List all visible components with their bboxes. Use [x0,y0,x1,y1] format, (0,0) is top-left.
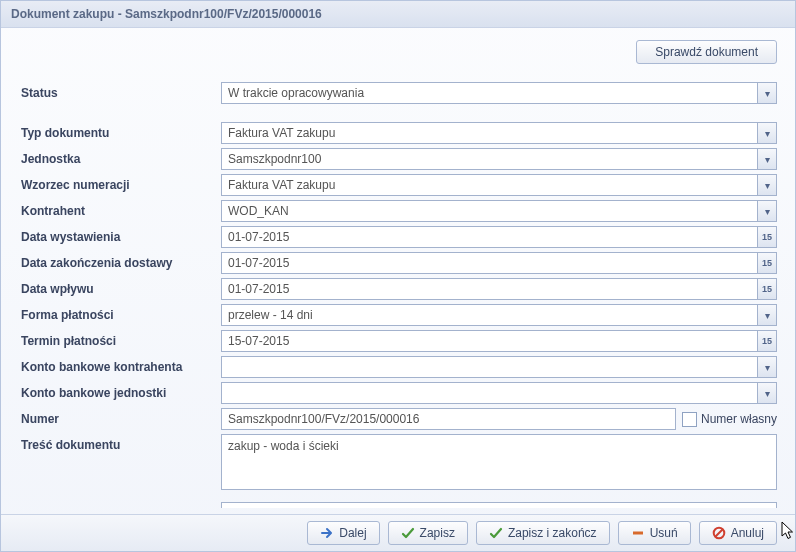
label-status: Status [19,86,221,100]
chevron-down-icon[interactable]: ▾ [757,175,776,195]
wzorzec-value: Faktura VAT zakupu [222,178,757,192]
label-termin: Termin płatności [19,334,221,348]
anuluj-label: Anuluj [731,526,764,540]
label-konto-j: Konto bankowe jednostki [19,386,221,400]
cancel-icon [712,526,726,540]
minus-icon [631,526,645,540]
chevron-down-icon[interactable]: ▾ [757,201,776,221]
row-data-wyst: Data wystawienia 01-07-2015 15 [19,226,777,248]
forma-combo[interactable]: przelew - 14 dni ▾ [221,304,777,326]
termin-value: 15-07-2015 [222,334,757,348]
row-konto-k: Konto bankowe kontrahenta ▾ [19,356,777,378]
check-row: Sprawdź dokument [19,40,777,64]
termin-input[interactable]: 15-07-2015 15 [221,330,777,352]
calendar-icon[interactable]: 15 [757,279,776,299]
chevron-down-icon[interactable]: ▾ [757,149,776,169]
check-document-button[interactable]: Sprawdź dokument [636,40,777,64]
check-icon [401,526,415,540]
konto-k-combo[interactable]: ▾ [221,356,777,378]
data-wyst-value: 01-07-2015 [222,230,757,244]
label-tresc: Treść dokumentu [19,434,221,452]
row-kontrahent: Kontrahent WOD_KAN ▾ [19,200,777,222]
check-icon [489,526,503,540]
data-wyst-input[interactable]: 01-07-2015 15 [221,226,777,248]
label-data-wplywu: Data wpływu [19,282,221,296]
calendar-icon[interactable]: 15 [757,331,776,351]
numer-input[interactable]: Samszkpodnr100/FVz/2015/000016 [221,408,676,430]
numer-wlasny-checkbox[interactable]: Numer własny [682,412,777,427]
konto-j-combo[interactable]: ▾ [221,382,777,404]
svg-rect-0 [633,532,643,535]
label-jednostka: Jednostka [19,152,221,166]
status-value: W trakcie opracowywania [222,86,757,100]
dialog-window: Dokument zakupu - Samszkpodnr100/FVz/201… [0,0,796,552]
row-data-zak: Data zakończenia dostawy 01-07-2015 15 [19,252,777,274]
calendar-icon[interactable]: 15 [757,253,776,273]
label-nr-zrod: Nr dok. źródłowego [19,506,221,508]
checkbox-icon [682,412,697,427]
label-typ: Typ dokumentu [19,126,221,140]
window-title: Dokument zakupu - Samszkpodnr100/FVz/201… [1,1,795,28]
chevron-down-icon[interactable]: ▾ [757,383,776,403]
wzorzec-combo[interactable]: Faktura VAT zakupu ▾ [221,174,777,196]
label-data-zak: Data zakończenia dostawy [19,256,221,270]
zapisz-zakoncz-button[interactable]: Zapisz i zakończ [476,521,610,545]
label-konto-k: Konto bankowe kontrahenta [19,360,221,374]
label-numer: Numer [19,412,221,426]
label-wzorzec: Wzorzec numeracji [19,178,221,192]
usun-label: Usuń [650,526,678,540]
row-tresc: Treść dokumentu zakup - woda i ścieki [19,434,777,490]
chevron-down-icon[interactable]: ▾ [757,123,776,143]
row-numer: Numer Samszkpodnr100/FVz/2015/000016 Num… [19,408,777,430]
jednostka-value: Samszkpodnr100 [222,152,757,166]
data-wplywu-value: 01-07-2015 [222,282,757,296]
label-forma: Forma płatności [19,308,221,322]
row-termin: Termin płatności 15-07-2015 15 [19,330,777,352]
row-konto-j: Konto bankowe jednostki ▾ [19,382,777,404]
label-data-wyst: Data wystawienia [19,230,221,244]
row-wzorzec: Wzorzec numeracji Faktura VAT zakupu ▾ [19,174,777,196]
chevron-down-icon[interactable]: ▾ [757,357,776,377]
typ-value: Faktura VAT zakupu [222,126,757,140]
nr-zrod-input[interactable] [221,502,777,508]
numer-value: Samszkpodnr100/FVz/2015/000016 [222,412,675,426]
chevron-down-icon[interactable]: ▾ [757,305,776,325]
row-typ: Typ dokumentu Faktura VAT zakupu ▾ [19,122,777,144]
svg-line-2 [715,530,722,537]
data-zak-value: 01-07-2015 [222,256,757,270]
zapisz-button[interactable]: Zapisz [388,521,468,545]
kontrahent-combo[interactable]: WOD_KAN ▾ [221,200,777,222]
ctrl-status: W trakcie opracowywania ▾ [221,82,777,104]
dalej-label: Dalej [339,526,366,540]
jednostka-combo[interactable]: Samszkpodnr100 ▾ [221,148,777,170]
row-nr-zrod: Nr dok. źródłowego [19,502,777,508]
status-combo[interactable]: W trakcie opracowywania ▾ [221,82,777,104]
arrow-right-icon [320,526,334,540]
anuluj-button[interactable]: Anuluj [699,521,777,545]
form-body: Sprawdź dokument Status W trakcie opraco… [1,28,795,508]
usun-button[interactable]: Usuń [618,521,691,545]
forma-value: przelew - 14 dni [222,308,757,322]
calendar-icon[interactable]: 15 [757,227,776,247]
numer-wlasny-label: Numer własny [701,412,777,426]
row-data-wplywu: Data wpływu 01-07-2015 15 [19,278,777,300]
kontrahent-value: WOD_KAN [222,204,757,218]
chevron-down-icon[interactable]: ▾ [757,83,776,103]
tresc-textarea[interactable]: zakup - woda i ścieki [221,434,777,490]
row-jednostka: Jednostka Samszkpodnr100 ▾ [19,148,777,170]
row-forma: Forma płatności przelew - 14 dni ▾ [19,304,777,326]
row-status: Status W trakcie opracowywania ▾ [19,82,777,104]
zapisz-zakoncz-label: Zapisz i zakończ [508,526,597,540]
typ-combo[interactable]: Faktura VAT zakupu ▾ [221,122,777,144]
label-kontrahent: Kontrahent [19,204,221,218]
data-wplywu-input[interactable]: 01-07-2015 15 [221,278,777,300]
data-zak-input[interactable]: 01-07-2015 15 [221,252,777,274]
zapisz-label: Zapisz [420,526,455,540]
dalej-button[interactable]: Dalej [307,521,379,545]
footer-toolbar: Dalej Zapisz Zapisz i zakończ Usuń Anulu… [1,514,795,551]
